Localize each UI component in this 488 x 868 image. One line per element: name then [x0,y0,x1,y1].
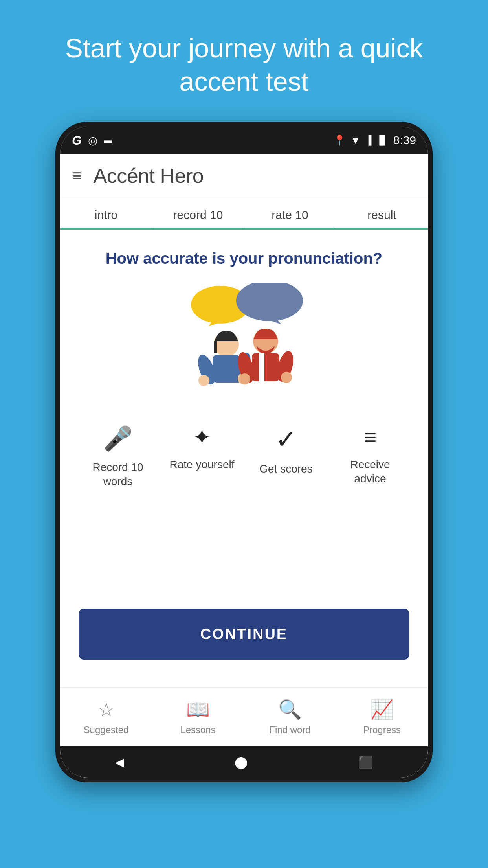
search-icon: 🔍 [278,699,302,721]
nav-item-progress[interactable]: 📈 Progress [336,699,428,736]
signal-icon: ▐ [365,135,372,145]
android-nav-bar: ◀ ⬤ ⬛ [60,746,428,778]
main-content: How accurate is your pronunciation? [60,230,428,687]
suggested-icon: ☆ [98,699,115,721]
svg-point-17 [281,372,292,383]
svg-point-16 [239,373,250,384]
question-heading: How accurate is your pronunciation? [106,250,383,267]
phone-screen: G ◎ ▬ 📍 ▼ ▐ ▐▌ 8:39 ≡ Accént Hero intro [60,127,428,778]
svg-rect-5 [214,341,217,353]
svg-rect-13 [259,353,264,381]
feature-scores: ✓ Get scores [249,425,323,489]
app-title: Accént Hero [94,164,204,188]
feature-record: 🎤 Record 10 words [81,425,155,489]
google-icon: G [72,133,82,148]
back-button[interactable]: ◀ [115,755,124,769]
nav-label-progress: Progress [363,725,401,736]
circle-icon: ◎ [88,134,97,147]
status-right-icons: 📍 ▼ ▐ ▐▌ 8:39 [333,134,416,147]
feature-rate-label: Rate yourself [170,458,235,472]
bottom-nav: ☆ Suggested 📖 Lessons 🔍 Find word 📈 Prog… [60,687,428,746]
status-left-icons: G ◎ ▬ [72,133,112,148]
hamburger-icon[interactable]: ≡ [72,166,82,185]
home-button[interactable]: ⬤ [235,755,248,769]
feature-advice: ≡ Receive advice [333,425,407,489]
phone-device: G ◎ ▬ 📍 ▼ ▐ ▐▌ 8:39 ≡ Accént Hero intro [55,122,433,782]
illustration [169,283,319,393]
features-row: 🎤 Record 10 words ✦ Rate yourself ✓ Get … [76,425,412,489]
battery-icon: ▐▌ [376,135,388,145]
continue-button[interactable]: CONTINUE [79,609,409,660]
nav-label-suggested: Suggested [84,725,129,736]
feature-record-label: Record 10 words [81,460,155,489]
feature-rate: ✦ Rate yourself [165,425,239,489]
tab-intro[interactable]: intro [60,197,152,230]
svg-point-9 [198,375,209,386]
page-title: Start your journey with a quick accent t… [0,0,488,122]
bar-icon: ▬ [104,135,112,145]
tab-record10[interactable]: record 10 [152,197,244,230]
svg-point-2 [236,283,303,321]
checkmark-icon: ✓ [275,425,297,454]
location-icon: 📍 [333,134,346,147]
list-icon: ≡ [364,425,376,450]
progress-icon: 📈 [370,699,394,721]
nav-label-find-word: Find word [269,725,310,736]
tab-rate10[interactable]: rate 10 [244,197,336,230]
lessons-icon: 📖 [186,699,210,721]
microphone-icon: 🎤 [103,425,133,452]
recent-button[interactable]: ⬛ [358,755,373,769]
nav-item-find-word[interactable]: 🔍 Find word [244,699,336,736]
feature-scores-label: Get scores [259,462,312,476]
nav-item-lessons[interactable]: 📖 Lessons [152,699,244,736]
status-bar: G ◎ ▬ 📍 ▼ ▐ ▐▌ 8:39 [60,127,428,154]
nav-label-lessons: Lessons [180,725,215,736]
nav-item-suggested[interactable]: ☆ Suggested [60,699,152,736]
tab-result[interactable]: result [336,197,428,230]
star-icon: ✦ [193,425,211,450]
wifi-icon: ▼ [350,134,361,147]
svg-rect-12 [252,353,279,381]
app-bar: ≡ Accént Hero [60,154,428,197]
feature-advice-label: Receive advice [333,458,407,486]
status-time: 8:39 [393,134,416,147]
tabs-bar: intro record 10 rate 10 result [60,197,428,230]
